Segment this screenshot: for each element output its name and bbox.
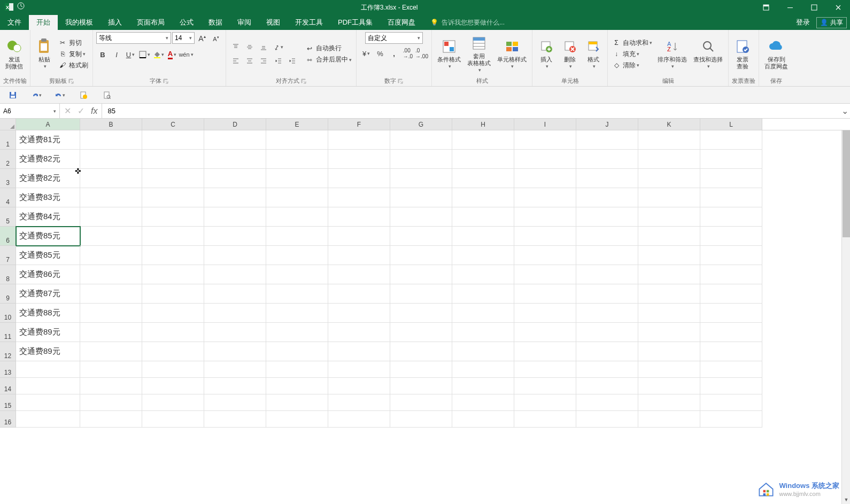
save-baidu-button[interactable]: 保存到 百度网盘	[762, 37, 790, 71]
tab-开发工具[interactable]: 开发工具	[288, 15, 330, 30]
row-header-6[interactable]: 6	[0, 227, 16, 246]
cell-A12[interactable]: 交通费89元	[16, 342, 80, 361]
decrease-decimal-button[interactable]: .0→.00	[415, 47, 428, 60]
cell-L13[interactable]	[700, 361, 762, 378]
cell-C15[interactable]	[142, 394, 204, 411]
cell-G13[interactable]	[390, 361, 452, 378]
currency-button[interactable]: ¥▾	[360, 47, 373, 60]
delete-cells-button[interactable]: 删除▾	[559, 37, 581, 71]
cell-C6[interactable]	[142, 227, 204, 246]
row-header-3[interactable]: 3	[0, 169, 16, 188]
insert-cells-button[interactable]: 插入▾	[536, 37, 557, 71]
cell-G4[interactable]	[390, 188, 452, 207]
phonetic-button[interactable]: wén▾	[180, 48, 192, 61]
font-color-button[interactable]: A▾	[166, 48, 179, 61]
cell-J6[interactable]	[576, 227, 638, 246]
cell-A14[interactable]	[16, 378, 80, 394]
cell-L12[interactable]	[700, 342, 762, 361]
italic-button[interactable]: I	[110, 48, 123, 61]
cell-G7[interactable]	[390, 246, 452, 265]
cell-G1[interactable]	[390, 130, 452, 150]
column-header-C[interactable]: C	[142, 119, 204, 130]
cell-A3[interactable]: 交通费82元	[16, 169, 80, 188]
cell-K3[interactable]	[638, 169, 700, 188]
align-left-button[interactable]	[229, 55, 242, 67]
format-cells-button[interactable]: 格式▾	[583, 37, 604, 71]
cell-L5[interactable]	[700, 207, 762, 227]
increase-indent-button[interactable]	[286, 55, 299, 67]
cell-D2[interactable]	[204, 150, 266, 169]
cell-E9[interactable]	[266, 284, 328, 304]
cell-A13[interactable]	[16, 361, 80, 378]
cell-G11[interactable]	[390, 323, 452, 342]
cell-G10[interactable]	[390, 304, 452, 323]
vertical-scrollbar[interactable]: ▲ ▼	[841, 130, 850, 504]
close-button[interactable]	[826, 0, 850, 15]
cell-H12[interactable]	[452, 342, 514, 361]
cell-E7[interactable]	[266, 246, 328, 265]
cell-I6[interactable]	[514, 227, 576, 246]
cell-B5[interactable]	[80, 207, 142, 227]
cell-G9[interactable]	[390, 284, 452, 304]
cell-F14[interactable]	[328, 378, 390, 394]
sort-filter-button[interactable]: AZ排序和筛选▾	[655, 37, 689, 71]
cell-C11[interactable]	[142, 323, 204, 342]
cell-C7[interactable]	[142, 246, 204, 265]
cell-C13[interactable]	[142, 361, 204, 378]
cell-H10[interactable]	[452, 304, 514, 323]
cell-I11[interactable]	[514, 323, 576, 342]
row-header-8[interactable]: 8	[0, 265, 16, 284]
fx-icon[interactable]: fx	[91, 106, 97, 116]
cell-A4[interactable]: 交通费83元	[16, 188, 80, 207]
underline-button[interactable]: U▾	[124, 48, 137, 61]
cell-B16[interactable]	[80, 411, 142, 428]
cell-I13[interactable]	[514, 361, 576, 378]
enter-icon[interactable]: ✓	[78, 106, 84, 116]
cell-K6[interactable]	[638, 227, 700, 246]
cell-F10[interactable]	[328, 304, 390, 323]
cell-F1[interactable]	[328, 130, 390, 150]
cell-C1[interactable]	[142, 130, 204, 150]
cell-F7[interactable]	[328, 246, 390, 265]
column-header-F[interactable]: F	[328, 119, 390, 130]
format-painter-button[interactable]: 🖌格式刷	[57, 60, 89, 71]
cell-A8[interactable]: 交通费86元	[16, 265, 80, 284]
cell-L3[interactable]	[700, 169, 762, 188]
decrease-indent-button[interactable]	[272, 55, 285, 67]
cell-A1[interactable]: 交通费81元	[16, 130, 80, 150]
cell-B7[interactable]	[80, 246, 142, 265]
increase-decimal-button[interactable]: .00→.0	[401, 47, 414, 60]
ribbon-display-options[interactable]	[754, 0, 778, 15]
copy-button[interactable]: ⎘复制▾	[57, 49, 89, 59]
undo-button[interactable]: ▾	[55, 90, 65, 100]
cell-J10[interactable]	[576, 304, 638, 323]
cell-I2[interactable]	[514, 150, 576, 169]
cell-D9[interactable]	[204, 284, 266, 304]
cell-K8[interactable]	[638, 265, 700, 284]
cell-H7[interactable]	[452, 246, 514, 265]
tab-数据[interactable]: 数据	[201, 15, 230, 30]
cell-C3[interactable]	[142, 169, 204, 188]
cell-F3[interactable]	[328, 169, 390, 188]
cell-E13[interactable]	[266, 361, 328, 378]
cell-H15[interactable]	[452, 394, 514, 411]
fill-button[interactable]: ↓填充▾	[611, 49, 653, 59]
row-header-9[interactable]: 9	[0, 284, 16, 304]
cell-J7[interactable]	[576, 246, 638, 265]
tab-公式[interactable]: 公式	[172, 15, 201, 30]
cell-F2[interactable]	[328, 150, 390, 169]
cell-E4[interactable]	[266, 188, 328, 207]
cell-B9[interactable]	[80, 284, 142, 304]
cell-D1[interactable]	[204, 130, 266, 150]
tab-页面布局[interactable]: 页面布局	[129, 15, 172, 30]
cell-F5[interactable]	[328, 207, 390, 227]
cell-C2[interactable]	[142, 150, 204, 169]
cell-A15[interactable]	[16, 394, 80, 411]
cell-K2[interactable]	[638, 150, 700, 169]
cell-E12[interactable]	[266, 342, 328, 361]
cell-C8[interactable]	[142, 265, 204, 284]
tab-文件[interactable]: 文件	[0, 15, 29, 30]
tab-百度网盘[interactable]: 百度网盘	[380, 15, 423, 30]
conditional-format-button[interactable]: 条件格式▾	[435, 37, 463, 71]
cell-E2[interactable]	[266, 150, 328, 169]
